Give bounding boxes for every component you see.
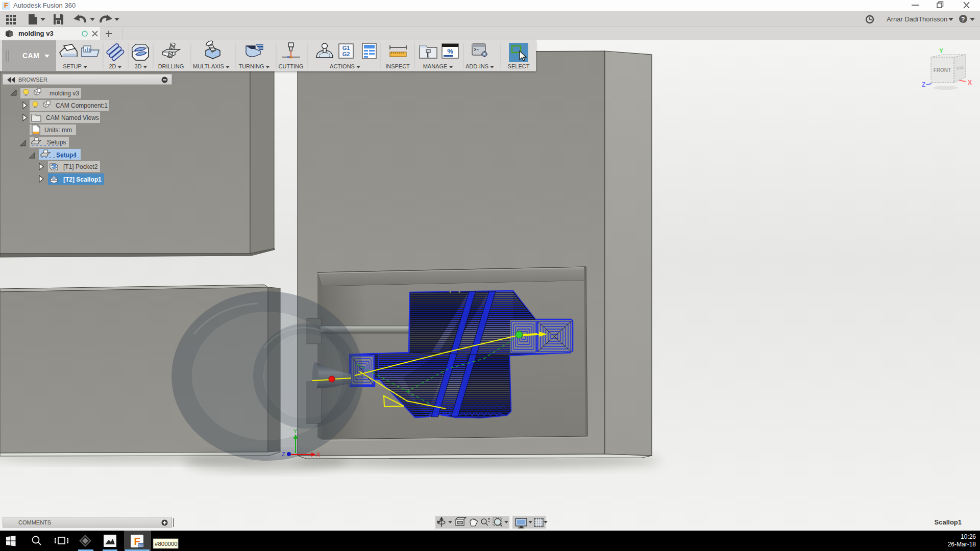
svg-text:FRONT: FRONT <box>934 67 951 73</box>
svg-text:Z: Z <box>282 451 285 457</box>
svg-text:Setups: Setups <box>47 139 66 146</box>
svg-text:Units: mm: Units: mm <box>44 127 72 134</box>
svg-text:Z: Z <box>922 81 925 88</box>
svg-text:G1: G1 <box>342 45 350 51</box>
svg-text:>-: >- <box>474 47 479 53</box>
svg-text:G2: G2 <box>342 51 350 57</box>
svg-text:X: X <box>968 79 972 86</box>
svg-text:#800000: #800000 <box>155 541 178 547</box>
svg-text:CAM Named Views: CAM Named Views <box>46 114 99 121</box>
svg-text:[T1] Pocket2: [T1] Pocket2 <box>63 163 98 170</box>
svg-text:%: % <box>447 47 453 55</box>
svg-text:?: ? <box>961 16 965 23</box>
svg-text:360: 360 <box>138 544 144 547</box>
svg-text:[T2] Scallop1: [T2] Scallop1 <box>63 176 102 183</box>
svg-text:molding v3: molding v3 <box>50 90 79 97</box>
svg-text:Setup4: Setup4 <box>56 152 77 159</box>
svg-text:Y: Y <box>293 428 298 434</box>
svg-text:CAM Component:1: CAM Component:1 <box>56 102 108 109</box>
svg-text:Y: Y <box>939 47 943 55</box>
svg-text:Arnar DadiThorisson: Arnar DadiThorisson <box>887 15 947 23</box>
svg-text:X: X <box>316 452 321 458</box>
